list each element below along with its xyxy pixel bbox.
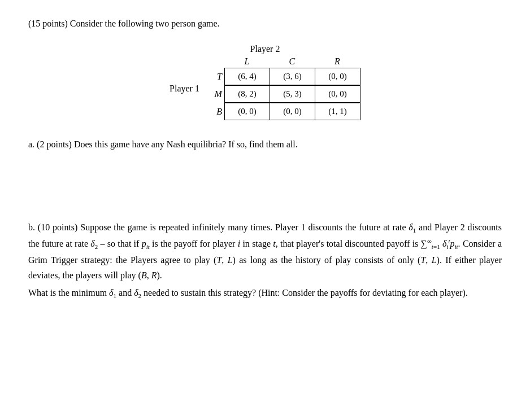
matrix-table-M: (8, 2) (5, 3) (0, 0) — [224, 85, 360, 103]
cell-M-L: (8, 2) — [224, 86, 270, 103]
cell-B-C: (0, 0) — [270, 103, 315, 120]
matrix-table-B: (0, 0) (0, 0) (1, 1) — [224, 103, 360, 120]
question-header-text: (15 points) Consider the following two p… — [28, 19, 220, 28]
table-row-B: (0, 0) (0, 0) (1, 1) — [224, 103, 360, 120]
table-row-T: (6, 4) (3, 6) (0, 0) — [224, 68, 360, 85]
col-header-L: L — [224, 56, 270, 67]
cell-M-R: (0, 0) — [315, 86, 360, 103]
page-content: (15 points) Consider the following two p… — [28, 17, 502, 301]
row-label-T: T — [211, 72, 224, 82]
col-headers-row: L C R — [211, 56, 360, 67]
cell-T-L: (6, 4) — [224, 68, 270, 85]
cell-T-R: (0, 0) — [315, 68, 360, 85]
part-a-points: (2 points) — [37, 139, 72, 149]
player1-label: Player 1 — [170, 84, 199, 94]
matrix-row-M: M (8, 2) (5, 3) (0, 0) — [211, 85, 360, 103]
part-b: b. (10 points) Suppose the game is repea… — [28, 220, 502, 301]
matrix-row-B: B (0, 0) (0, 0) (1, 1) — [211, 103, 360, 120]
matrix-row-T: T (6, 4) (3, 6) (0, 0) — [211, 68, 360, 85]
part-b-paragraph: b. (10 points) Suppose the game is repea… — [28, 220, 502, 283]
table-with-labels: Player 1 L C R T (6, 4) (3, 6 — [170, 56, 360, 120]
table-row-M: (8, 2) (5, 3) (0, 0) — [224, 86, 360, 103]
col-header-R: R — [315, 56, 360, 67]
matrix-table-partial: (6, 4) (3, 6) (0, 0) — [224, 68, 360, 85]
part-a-label: a. — [28, 139, 34, 149]
part-a-question: Does this game have any Nash equilibria?… — [74, 139, 298, 149]
cell-B-L: (0, 0) — [224, 103, 270, 120]
part-a: a. (2 points) Does this game have any Na… — [28, 137, 502, 152]
game-matrix-container: L C R T (6, 4) (3, 6) (0, 0) — [211, 56, 360, 120]
part-a-text: a. (2 points) Does this game have any Na… — [28, 137, 502, 152]
row-label-B: B — [211, 107, 224, 117]
row-label-M: M — [211, 89, 224, 99]
col-header-C: C — [270, 56, 315, 67]
cell-M-C: (5, 3) — [270, 86, 315, 103]
question-header: (15 points) Consider the following two p… — [28, 17, 502, 30]
part-b-label: b. — [28, 222, 35, 232]
part-b-question: What is the minimum δ1 and δ2 needed to … — [28, 285, 502, 301]
game-table-section: Player 2 Player 1 L C R T — [28, 44, 502, 120]
player2-label: Player 2 — [250, 44, 280, 54]
part-b-points: (10 points) — [38, 222, 78, 232]
cell-B-R: (1, 1) — [315, 103, 360, 120]
cell-T-C: (3, 6) — [270, 68, 315, 85]
